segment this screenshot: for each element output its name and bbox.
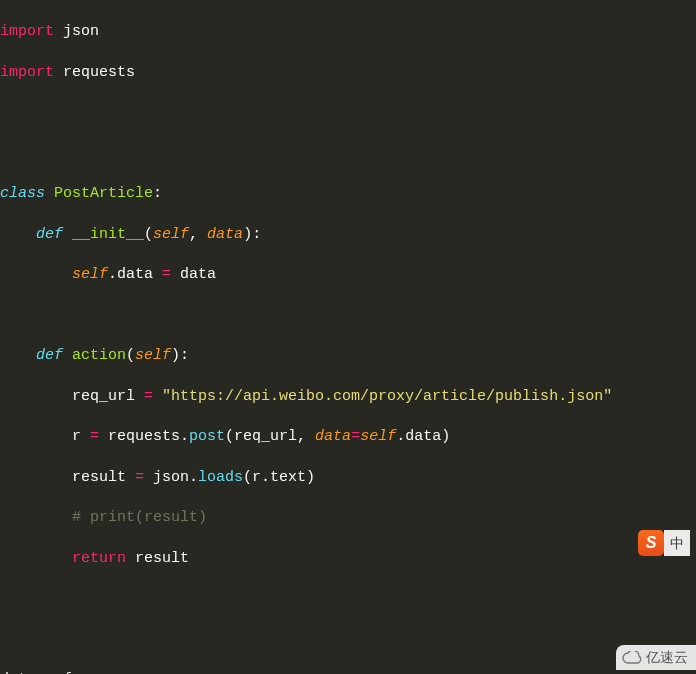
keyword-def: def bbox=[36, 347, 63, 364]
code-editor: import json import requests class PostAr… bbox=[0, 0, 696, 674]
keyword-class: class bbox=[0, 185, 45, 202]
method-init: __init__ bbox=[72, 226, 144, 243]
param-self: self bbox=[153, 226, 189, 243]
kwarg-data: data bbox=[315, 428, 351, 445]
var-r: r bbox=[72, 428, 90, 445]
mod-json: json bbox=[144, 469, 189, 486]
var-result: result bbox=[72, 469, 135, 486]
attr-data: .data bbox=[108, 266, 162, 283]
keyword-import: import bbox=[0, 64, 54, 81]
sogou-icon[interactable]: S bbox=[638, 530, 664, 556]
comment: # print(result) bbox=[72, 509, 207, 526]
call-post: post bbox=[189, 428, 225, 445]
var-req-url: req_url bbox=[72, 388, 144, 405]
method-action: action bbox=[72, 347, 126, 364]
args-loads: (r.text) bbox=[243, 469, 315, 486]
watermark: 亿速云 bbox=[616, 645, 696, 670]
ime-indicator[interactable]: S 中 bbox=[638, 530, 690, 556]
module-json: json bbox=[63, 23, 99, 40]
op-assign: = bbox=[135, 469, 144, 486]
cloud-icon bbox=[622, 651, 642, 665]
self-ref: self bbox=[360, 428, 396, 445]
call-loads: loads bbox=[198, 469, 243, 486]
op-assign: = bbox=[90, 428, 99, 445]
param-self: self bbox=[135, 347, 171, 364]
op-assign: = bbox=[144, 388, 153, 405]
keyword-import: import bbox=[0, 23, 54, 40]
string-url: "https://api.weibo.com/proxy/article/pub… bbox=[162, 388, 612, 405]
self-ref: self bbox=[72, 266, 108, 283]
watermark-label: 亿速云 bbox=[646, 648, 688, 667]
keyword-return: return bbox=[72, 550, 126, 567]
ime-lang-text: 中 bbox=[670, 534, 684, 553]
rhs-data: data bbox=[171, 266, 216, 283]
ime-lang-indicator[interactable]: 中 bbox=[664, 530, 690, 556]
mod-requests: requests bbox=[99, 428, 180, 445]
keyword-def: def bbox=[36, 226, 63, 243]
op-assign: = bbox=[162, 266, 171, 283]
param-data: data bbox=[207, 226, 243, 243]
ime-letter: S bbox=[646, 532, 657, 554]
return-val: result bbox=[126, 550, 189, 567]
args-close: .data) bbox=[396, 428, 450, 445]
args-open: (req_url, bbox=[225, 428, 315, 445]
class-name: PostArticle bbox=[54, 185, 153, 202]
module-requests: requests bbox=[63, 64, 135, 81]
